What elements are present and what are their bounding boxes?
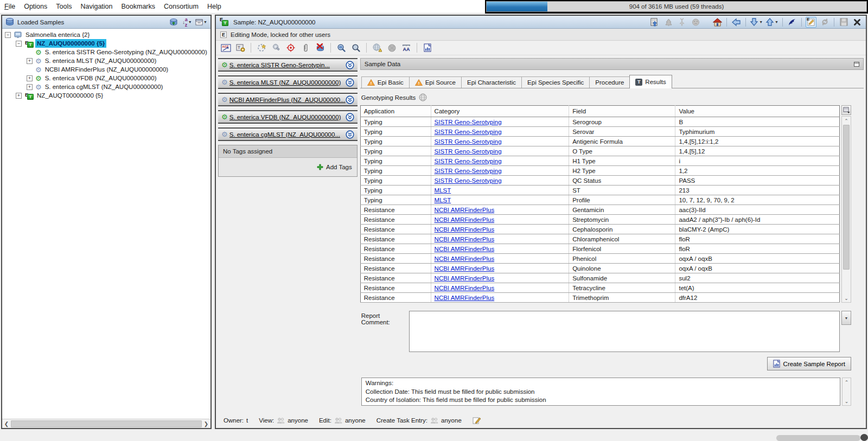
category-link[interactable]: SISTR Geno-Serotyping — [435, 119, 502, 125]
col-header-value[interactable]: Value — [675, 106, 840, 117]
menu-options[interactable]: Options — [20, 0, 52, 13]
category-link[interactable]: MLST — [435, 187, 451, 194]
hscroll-thumb[interactable] — [11, 420, 202, 427]
edit-mode-toggle[interactable]: E — [806, 17, 816, 28]
tree-expander-icon[interactable]: − — [5, 32, 11, 38]
report-comment-dropdown[interactable]: ▼ — [841, 311, 851, 325]
category-link[interactable]: NCBI AMRFinderPlus — [435, 226, 495, 233]
scroll-down-icon[interactable]: ⌄ — [843, 397, 851, 405]
task-entry-link[interactable]: S. enterica cgMLST (NZ_AUQU00000... — [229, 131, 340, 138]
task-entry-link[interactable]: NCBI AMRFinderPlus (NZ_AUQU00000... — [229, 97, 346, 103]
chevron-double-down-icon[interactable] — [346, 113, 354, 122]
category-link[interactable]: SISTR Geno-Serotyping — [435, 168, 502, 174]
column-config-icon[interactable] — [841, 105, 851, 115]
back-arrow-icon[interactable] — [731, 17, 742, 28]
col-header-field[interactable]: Field — [569, 106, 675, 117]
bottom-horizontal-scrollbar[interactable] — [776, 435, 860, 441]
home-icon[interactable] — [712, 17, 723, 28]
edit-permissions-icon[interactable] — [473, 417, 481, 424]
chevron-double-down-icon[interactable] — [346, 130, 354, 139]
category-link[interactable]: SISTR Geno-Serotyping — [435, 177, 502, 184]
category-link[interactable]: NCBI AMRFinderPlus — [435, 265, 495, 272]
task-entry-link[interactable]: S. enterica MLST (NZ_AUQU00000000) — [229, 79, 341, 86]
down-arrow-icon[interactable]: ▼ — [750, 17, 763, 28]
chevron-double-down-icon[interactable] — [346, 61, 354, 69]
col-header-category[interactable]: Category — [431, 106, 569, 117]
up-arrow-icon[interactable]: ▼ — [765, 17, 778, 28]
search-database-icon[interactable] — [336, 42, 347, 53]
panel-layout-icon[interactable]: ▼ — [195, 17, 207, 28]
vscroll-thumb[interactable] — [843, 125, 850, 270]
chevron-double-down-icon[interactable] — [346, 78, 354, 87]
warnings-scrollbar[interactable]: ⌃ ⌄ — [842, 378, 851, 406]
tree-item[interactable]: −ETNZ_AUQU00000000 {5} — [2, 39, 210, 48]
task-entry-link[interactable]: S. enterica VFDB (NZ_AUQU00000000) — [229, 114, 341, 120]
category-link[interactable]: NCBI AMRFinderPlus — [435, 236, 495, 242]
scroll-down-icon[interactable]: ⌄ — [842, 294, 851, 302]
submit-public-icon[interactable] — [372, 42, 382, 53]
bottom-scroll-knob[interactable] — [860, 434, 868, 441]
table-export-icon[interactable] — [649, 17, 660, 28]
category-link[interactable]: NCBI AMRFinderPlus — [435, 246, 495, 252]
scroll-up-icon[interactable]: ⌃ — [843, 378, 851, 386]
tab-epi-characteristic[interactable]: Epi Characteristic — [461, 76, 522, 88]
tree-item[interactable]: +⚙S. enterica cgMLST (NZ_AUQU00000000) — [2, 82, 210, 91]
assign-procedure-icon[interactable] — [271, 42, 282, 53]
tree-item[interactable]: +⚙S. enterica MLST (NZ_AUQU00000000) — [2, 56, 210, 65]
goto-task-icon[interactable] — [787, 17, 797, 28]
category-link[interactable]: NCBI AMRFinderPlus — [435, 216, 495, 223]
add-tags-button[interactable]: Add Tags — [326, 164, 352, 170]
recompute-icon[interactable] — [256, 42, 267, 53]
menu-bookmarks[interactable]: Bookmarks — [117, 0, 160, 13]
menu-file[interactable]: File — [0, 0, 20, 13]
tree-item[interactable]: +ETNZ_AUQT00000000 {5} — [2, 91, 210, 100]
menu-consortium[interactable]: Consortium — [159, 0, 203, 13]
table-settings-icon[interactable]: T — [235, 42, 246, 53]
tab-epi-source[interactable]: !Epi Source — [409, 76, 462, 88]
tab-results[interactable]: TResults — [629, 75, 672, 88]
scroll-right-icon[interactable]: ❯ — [202, 419, 210, 428]
tree-expander-icon[interactable]: + — [27, 84, 33, 90]
close-icon[interactable] — [852, 17, 863, 28]
menu-help[interactable]: Help — [203, 0, 226, 13]
search-icon[interactable] — [350, 42, 361, 53]
tree-expander-icon[interactable]: + — [27, 58, 33, 64]
tree-item[interactable]: ⚙NCBI AMRFinderPlus (NZ_AUQU00000000) — [2, 65, 210, 74]
tree-expander-icon[interactable]: + — [16, 93, 22, 99]
attachment-icon[interactable] — [300, 42, 311, 53]
target-icon[interactable] — [285, 42, 296, 53]
restore-panel-icon[interactable] — [854, 62, 859, 67]
scroll-up-icon[interactable]: ⌃ — [842, 117, 851, 125]
sort-az-icon[interactable]: ↓az▼ — [182, 17, 193, 28]
tab-epi-basic[interactable]: !Epi Basic — [361, 76, 410, 88]
category-link[interactable]: NCBI AMRFinderPlus — [435, 207, 495, 213]
tree-item[interactable]: −Salmonella enterica {2} — [2, 30, 210, 39]
tree-item[interactable]: +⚙S. enterica VFDB (NZ_AUQU00000000) — [2, 74, 210, 82]
font-size-icon[interactable]: AA — [401, 42, 412, 53]
category-link[interactable]: NCBI AMRFinderPlus — [435, 285, 495, 291]
tab-procedure[interactable]: Procedure — [589, 76, 630, 88]
tree-item[interactable]: ⚙S. enterica SISTR Geno-Serotyping (NZ_A… — [2, 48, 210, 56]
tree-expander-icon[interactable]: + — [27, 75, 33, 81]
category-link[interactable]: NCBI AMRFinderPlus — [435, 275, 495, 282]
menu-tools[interactable]: Tools — [52, 0, 76, 13]
category-link[interactable]: SISTR Geno-Serotyping — [435, 138, 502, 145]
scroll-left-icon[interactable]: ❮ — [2, 419, 11, 428]
tree-expander-icon[interactable]: − — [16, 41, 22, 47]
tree-horizontal-scrollbar[interactable]: ❮ ❯ — [2, 419, 210, 428]
tab-epi-species-specific[interactable]: Epi Species Specific — [521, 76, 590, 88]
delete-sample-icon[interactable] — [315, 42, 326, 53]
database-upload-icon[interactable] — [168, 17, 179, 28]
sample-report-icon[interactable] — [422, 42, 433, 53]
table-vertical-scrollbar[interactable]: ⌃ ⌄ — [841, 116, 851, 303]
category-link[interactable]: SISTR Geno-Serotyping — [435, 158, 502, 164]
task-entry-link[interactable]: S. enterica SISTR Geno-Serotypin... — [229, 62, 330, 68]
category-link[interactable]: NCBI AMRFinderPlus — [435, 295, 495, 301]
category-link[interactable]: NCBI AMRFinderPlus — [435, 255, 495, 262]
category-link[interactable]: SISTR Geno-Serotyping — [435, 129, 502, 135]
chevron-double-down-icon[interactable] — [346, 95, 354, 104]
trace-view-icon[interactable]: AGT — [220, 42, 231, 53]
menu-navigation[interactable]: Navigation — [76, 0, 117, 13]
col-header-application[interactable]: Application — [360, 106, 431, 117]
create-sample-report-button[interactable]: Create Sample Report — [767, 357, 851, 370]
